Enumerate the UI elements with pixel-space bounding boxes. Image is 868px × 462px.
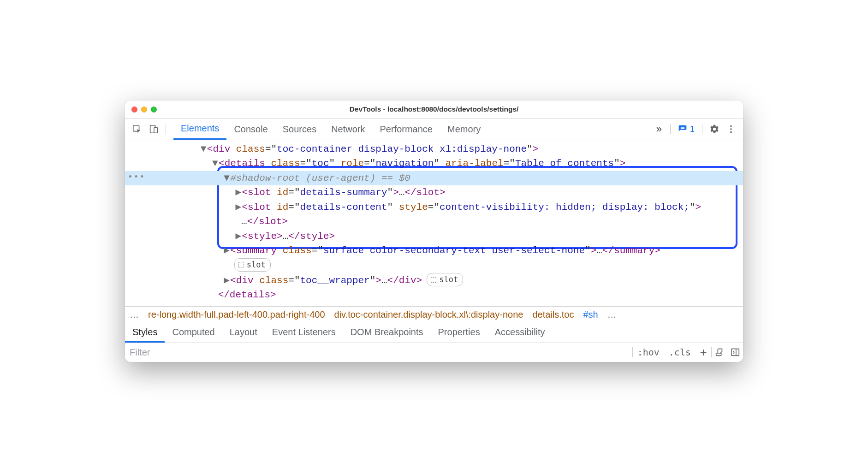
new-style-rule-icon[interactable]: + xyxy=(696,345,711,360)
svg-point-5 xyxy=(730,131,732,133)
settings-gear-icon[interactable] xyxy=(708,123,721,136)
subtab-event-listeners[interactable]: Event Listeners xyxy=(265,323,343,343)
dom-node[interactable]: ▶<div class="toc__wrapper">…</div>slot xyxy=(125,273,743,288)
breadcrumb-item[interactable]: details.toc xyxy=(532,309,574,320)
kebab-menu-icon[interactable] xyxy=(725,123,737,136)
disclosure-triangle-icon[interactable]: ▶ xyxy=(224,243,230,258)
svg-rect-2 xyxy=(154,127,157,133)
breadcrumb-item[interactable]: re-long.width-full.pad-left-400.pad-righ… xyxy=(148,309,325,320)
svg-rect-6 xyxy=(731,349,739,356)
svg-point-4 xyxy=(730,128,732,130)
slot-reveal-icon xyxy=(238,262,244,267)
svg-point-3 xyxy=(730,125,732,127)
subtab-accessibility[interactable]: Accessibility xyxy=(488,323,553,343)
separator xyxy=(166,124,166,134)
slot-reveal-chip-row: slot xyxy=(125,258,743,273)
dom-node-shadow-root[interactable]: ••• ▼#shadow-root (user-agent) == $0 xyxy=(125,171,743,186)
window-controls xyxy=(131,107,157,113)
inspect-element-icon[interactable] xyxy=(131,123,143,136)
device-toggle-icon[interactable] xyxy=(147,123,160,136)
computed-sidebar-toggle-icon[interactable] xyxy=(727,347,743,357)
styles-subtabs: Styles Computed Layout Event Listeners D… xyxy=(125,323,743,343)
titlebar: DevTools - localhost:8080/docs/devtools/… xyxy=(125,101,743,119)
close-window-button[interactable] xyxy=(131,107,137,113)
toggle-cls-button[interactable]: .cls xyxy=(664,347,696,358)
styles-filter-input[interactable] xyxy=(125,347,632,358)
panel-tabs: Elements Console Sources Network Perform… xyxy=(173,118,488,140)
maximize-window-button[interactable] xyxy=(151,107,157,113)
dom-node[interactable]: ▶<slot id="details-content" style="conte… xyxy=(125,200,743,215)
tab-performance[interactable]: Performance xyxy=(373,118,440,140)
subtab-layout[interactable]: Layout xyxy=(222,323,265,343)
dom-node-closing[interactable]: </details> xyxy=(125,288,743,302)
elements-dom-tree[interactable]: ▼<div class="toc-container display-block… xyxy=(125,140,743,306)
dom-node[interactable]: ▼<div class="toc-container display-block… xyxy=(125,142,743,157)
separator xyxy=(702,124,702,134)
subtab-styles[interactable]: Styles xyxy=(125,323,165,343)
disclosure-triangle-icon[interactable]: ▼ xyxy=(212,156,219,171)
elements-breadcrumb[interactable]: … re-long.width-full.pad-left-400.pad-ri… xyxy=(125,306,743,323)
paint-brush-icon[interactable] xyxy=(712,347,727,357)
minimize-window-button[interactable] xyxy=(141,107,147,113)
tab-network[interactable]: Network xyxy=(324,118,372,140)
slot-reveal-chip[interactable]: slot xyxy=(427,273,463,287)
dom-node[interactable]: ▶<slot id="details-summary">…</slot> xyxy=(125,185,743,200)
dom-node[interactable]: ▼<details class="toc" role="navigation" … xyxy=(125,156,743,171)
disclosure-triangle-icon[interactable]: ▶ xyxy=(235,200,242,215)
dom-node[interactable]: ▶<style>…</style> xyxy=(125,229,743,244)
slot-reveal-chip[interactable]: slot xyxy=(234,258,271,272)
slot-reveal-icon xyxy=(431,277,436,283)
disclosure-triangle-icon[interactable]: ▶ xyxy=(235,229,242,244)
breadcrumb-item-current[interactable]: #sh xyxy=(583,309,598,320)
subtab-computed[interactable]: Computed xyxy=(165,323,222,343)
subtab-dom-breakpoints[interactable]: DOM Breakpoints xyxy=(343,323,431,343)
disclosure-triangle-icon[interactable]: ▶ xyxy=(224,273,230,288)
devtools-window: DevTools - localhost:8080/docs/devtools/… xyxy=(125,101,743,362)
overflow-ellipsis-icon[interactable]: ••• xyxy=(128,171,145,184)
issues-count: 1 xyxy=(690,124,695,134)
shadow-root-label: #shadow-root (user-agent) xyxy=(230,173,375,184)
dom-node-continuation[interactable]: …</slot> xyxy=(125,214,743,229)
disclosure-triangle-icon[interactable]: ▼ xyxy=(224,171,230,186)
tab-elements[interactable]: Elements xyxy=(173,118,226,140)
more-tabs-icon[interactable]: » xyxy=(652,123,666,135)
main-toolbar: Elements Console Sources Network Perform… xyxy=(125,119,743,140)
subtab-properties[interactable]: Properties xyxy=(431,323,488,343)
breadcrumb-overflow-right[interactable]: … xyxy=(607,309,617,320)
tab-memory[interactable]: Memory xyxy=(440,118,488,140)
window-title: DevTools - localhost:8080/docs/devtools/… xyxy=(131,105,737,113)
tab-console[interactable]: Console xyxy=(226,118,275,140)
tab-sources[interactable]: Sources xyxy=(275,118,324,140)
chat-icon xyxy=(678,124,687,134)
breadcrumb-item[interactable]: div.toc-container.display-block.xl\:disp… xyxy=(334,309,523,320)
styles-filter-bar: :hov .cls + xyxy=(125,343,743,362)
issues-button[interactable]: 1 xyxy=(674,123,698,136)
disclosure-triangle-icon[interactable]: ▶ xyxy=(235,185,242,200)
toggle-hov-button[interactable]: :hov xyxy=(633,347,664,358)
breadcrumb-overflow-left[interactable]: … xyxy=(130,309,139,320)
disclosure-triangle-icon[interactable]: ▼ xyxy=(201,142,207,157)
separator xyxy=(670,124,671,134)
dom-node[interactable]: ▶<summary class="surface color-secondary… xyxy=(125,243,743,258)
